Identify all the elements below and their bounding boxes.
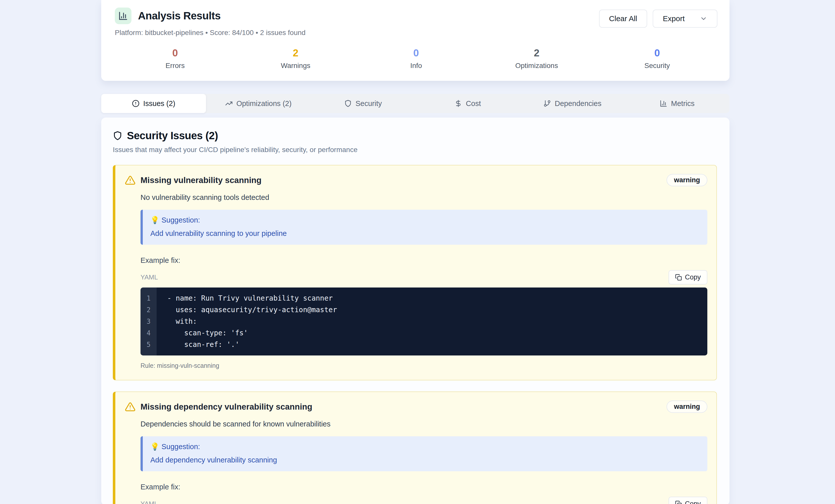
stat-optimizations-value: 2 <box>476 47 597 59</box>
suggestion-label: 💡 Suggestion: <box>150 216 700 224</box>
stat-warnings-value: 2 <box>236 47 356 59</box>
tab-metrics[interactable]: Metrics <box>625 94 730 113</box>
git-branch-icon <box>544 100 551 107</box>
stat-errors-value: 0 <box>115 47 236 59</box>
clear-all-label: Clear All <box>609 14 637 23</box>
alert-triangle-icon <box>125 175 136 186</box>
suggestion-text: Add dependency vulnerability scanning <box>150 456 700 464</box>
code-line: uses: aquasecurity/trivy-action@master <box>167 304 707 316</box>
content-column: Analysis Results Platform: bitbucket-pip… <box>101 0 730 504</box>
copy-button[interactable]: Copy <box>669 497 707 504</box>
stat-security-label: Security <box>597 62 717 70</box>
issue-card-missing-dependency-scanning: Missing dependency vulnerability scannin… <box>113 392 717 504</box>
section-title: Security Issues (2) <box>127 130 218 142</box>
issue-description: Dependencies should be scanned for known… <box>141 420 707 428</box>
stat-security-value: 0 <box>597 47 717 59</box>
issue-body: No vulnerability scanning tools detected… <box>141 193 707 369</box>
tab-cost-label: Cost <box>466 100 481 108</box>
analysis-results-header-card: Analysis Results Platform: bitbucket-pip… <box>101 0 730 81</box>
tab-strip: Issues (2) Optimizations (2) Security Co… <box>101 94 730 113</box>
line-number: 2 <box>141 304 157 316</box>
suggestion-box: 💡 Suggestion: Add dependency vulnerabili… <box>141 436 707 471</box>
code-gutter: 1 2 3 4 5 <box>141 288 157 355</box>
line-number: 1 <box>141 293 157 304</box>
page-title: Analysis Results <box>138 10 221 22</box>
copy-icon <box>675 501 682 504</box>
stat-warnings-label: Warnings <box>236 62 356 70</box>
bar-chart-icon <box>660 100 667 107</box>
copy-label: Copy <box>685 273 701 281</box>
severity-badge: warning <box>667 174 707 186</box>
trending-up-icon <box>225 100 233 107</box>
header-title-block: Analysis Results Platform: bitbucket-pip… <box>115 7 305 37</box>
stat-info-label: Info <box>356 62 476 70</box>
stat-security: 0 Security <box>597 47 717 70</box>
tab-optimizations-label: Optimizations (2) <box>237 100 291 108</box>
severity-badge: warning <box>667 401 707 413</box>
code-block: 1 2 3 4 5 - name: Run Trivy vulnerabilit… <box>141 288 707 355</box>
line-number: 3 <box>141 316 157 327</box>
rule-id-label: Rule: missing-vuln-scanning <box>141 362 707 369</box>
stat-optimizations-label: Optimizations <box>476 62 597 70</box>
copy-button[interactable]: Copy <box>669 270 707 285</box>
example-fix-label: Example fix: <box>141 483 707 491</box>
tab-security-label: Security <box>355 100 382 108</box>
page-subtitle: Platform: bitbucket-pipelines • Score: 8… <box>115 29 305 37</box>
tab-optimizations[interactable]: Optimizations (2) <box>206 94 311 113</box>
export-dropdown[interactable]: Export <box>653 9 717 28</box>
line-number: 4 <box>141 327 157 339</box>
issue-title: Missing vulnerability scanning <box>141 175 261 185</box>
issue-title: Missing dependency vulnerability scannin… <box>141 402 312 412</box>
suggestion-label: 💡 Suggestion: <box>150 442 700 451</box>
header-top-row: Analysis Results Platform: bitbucket-pip… <box>115 7 717 37</box>
code-lines: - name: Run Trivy vulnerability scanner … <box>157 288 707 355</box>
section-subtitle: Issues that may affect your CI/CD pipeli… <box>113 146 717 154</box>
suggestion-text: Add vulnerability scanning to your pipel… <box>150 229 700 238</box>
stat-info: 0 Info <box>356 47 476 70</box>
stat-optimizations: 2 Optimizations <box>476 47 597 70</box>
suggestion-box: 💡 Suggestion: Add vulnerability scanning… <box>141 210 707 245</box>
tab-dependencies[interactable]: Dependencies <box>520 94 625 113</box>
tab-dependencies-label: Dependencies <box>555 100 601 108</box>
shield-icon <box>344 100 352 107</box>
alert-triangle-icon <box>125 401 136 412</box>
dollar-icon <box>454 100 462 107</box>
header-actions: Clear All Export <box>599 9 717 28</box>
stats-row: 0 Errors 2 Warnings 0 Info 2 Optimizatio… <box>115 47 717 70</box>
code-line: scan-ref: '.' <box>167 339 707 351</box>
shield-icon <box>113 131 122 141</box>
tab-issues-label: Issues (2) <box>143 100 175 108</box>
export-label: Export <box>663 14 685 23</box>
code-meta-row: YAML Copy <box>141 497 707 504</box>
stat-info-value: 0 <box>356 47 476 59</box>
clear-all-button[interactable]: Clear All <box>599 9 647 28</box>
copy-label: Copy <box>685 500 701 504</box>
tab-metrics-label: Metrics <box>671 100 694 108</box>
tab-security[interactable]: Security <box>311 94 415 113</box>
bar-chart-icon <box>115 7 131 24</box>
line-number: 5 <box>141 339 157 351</box>
copy-icon <box>675 274 682 281</box>
code-line: with: <box>167 316 707 327</box>
chevron-down-icon <box>700 15 707 22</box>
tab-issues[interactable]: Issues (2) <box>101 94 206 113</box>
issue-body: Dependencies should be scanned for known… <box>141 420 707 504</box>
code-language-label: YAML <box>141 273 158 281</box>
section-header: Security Issues (2) <box>113 130 717 142</box>
issue-card-missing-vuln-scanning: Missing vulnerability scanning warning N… <box>113 165 717 380</box>
example-fix-label: Example fix: <box>141 256 707 265</box>
code-line: scan-type: 'fs' <box>167 327 707 339</box>
issue-card-header: Missing vulnerability scanning warning <box>125 174 707 186</box>
stat-errors: 0 Errors <box>115 47 236 70</box>
code-meta-row: YAML Copy <box>141 270 707 285</box>
tab-cost[interactable]: Cost <box>415 94 520 113</box>
stat-warnings: 2 Warnings <box>236 47 356 70</box>
issues-panel: Security Issues (2) Issues that may affe… <box>101 118 730 504</box>
issue-card-header: Missing dependency vulnerability scannin… <box>125 401 707 413</box>
code-line: - name: Run Trivy vulnerability scanner <box>167 293 707 304</box>
alert-circle-icon <box>132 100 140 107</box>
stat-errors-label: Errors <box>115 62 236 70</box>
issue-description: No vulnerability scanning tools detected <box>141 193 707 202</box>
code-language-label: YAML <box>141 500 158 504</box>
